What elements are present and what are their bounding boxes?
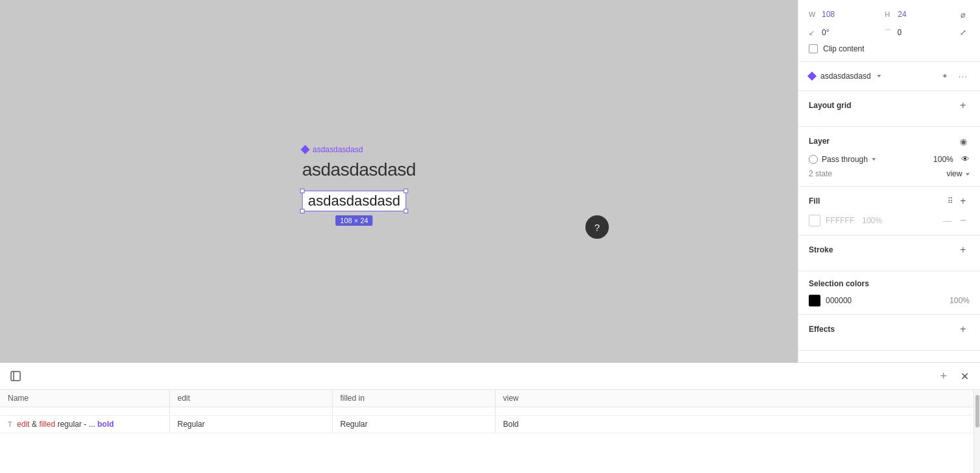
fill-hex[interactable]: FFFFFF <box>826 216 854 225</box>
row2-name-part4: regular - ... <box>57 420 97 429</box>
row2-name-part5: bold <box>98 420 114 429</box>
handle-bottom-right[interactable] <box>404 208 408 213</box>
effects-section: Effects + <box>798 315 980 351</box>
corner-label: ⌒ <box>884 28 893 38</box>
stroke-add-btn[interactable]: + <box>957 243 970 256</box>
layout-grid-title: Layout grid <box>809 101 957 110</box>
effects-title: Effects <box>809 325 957 334</box>
layer-visibility-btn[interactable]: ◉ <box>957 135 970 148</box>
component-label: asdasdasdasd <box>302 144 363 154</box>
selection-color-row: 000000 100% <box>809 295 970 306</box>
row2-edit: Regular <box>169 416 332 433</box>
layout-grid-section: Layout grid + <box>798 91 980 127</box>
size-badge: 108 × 24 <box>335 215 372 225</box>
effects-add-btn[interactable]: + <box>957 323 970 336</box>
blend-circle-icon <box>809 155 818 164</box>
w-value[interactable]: 108 <box>822 10 835 19</box>
layer-section: Layer ◉ Pass through 100% 👁 2 state view <box>798 127 980 187</box>
w-label: W <box>809 10 818 18</box>
layer-title: Layer <box>809 137 957 146</box>
fill-add-btn[interactable]: + <box>957 195 970 208</box>
table-row: T edit & filled regular - ... bold Regul… <box>0 416 973 433</box>
row2-filled: Regular <box>332 416 495 433</box>
selected-element[interactable]: asdasdasdasd <box>302 190 406 211</box>
component-title: asdasdasdasd <box>302 159 416 180</box>
opacity-value[interactable]: 100% <box>933 155 953 164</box>
fill-remove-btn[interactable]: − <box>957 214 970 227</box>
state-chevron[interactable] <box>966 173 970 176</box>
selected-element-text: asdasdasdasd <box>308 192 400 208</box>
canvas: asdasdasdasd asdasdasdasd asdasdasdasd 1… <box>0 0 798 362</box>
handle-bottom-left[interactable] <box>300 208 305 213</box>
fill-color-swatch[interactable] <box>809 215 820 226</box>
fill-hide-icon[interactable]: — <box>943 216 951 226</box>
component-diamond-icon-panel <box>807 72 817 81</box>
row2-name-part3: filled <box>39 420 55 429</box>
svg-rect-0 <box>11 372 20 381</box>
row2-name-part1: edit <box>17 420 29 429</box>
scrollbar-thumb[interactable] <box>975 395 979 427</box>
bottom-panel-close-btn[interactable]: ✕ <box>957 368 972 384</box>
selected-element-wrapper: asdasdasdasd 108 × 24 <box>302 190 406 211</box>
scrollbar[interactable] <box>973 390 980 473</box>
constrain-proportions-btn[interactable]: ⌀ <box>957 8 970 21</box>
row1-view <box>495 407 973 416</box>
blend-mode-value[interactable]: Pass through <box>822 155 876 164</box>
clip-content-row: Clip content <box>809 44 970 53</box>
layout-grid-add-btn[interactable]: + <box>957 99 970 112</box>
selection-colors-title: Selection colors <box>809 279 970 288</box>
clip-content-label: Clip content <box>823 44 864 53</box>
row2-name-part2: & <box>32 420 39 429</box>
handle-top-left[interactable] <box>300 188 305 193</box>
component-table: Name edit filled in view <box>0 390 973 433</box>
bottom-panel-sidebar-btn[interactable] <box>8 368 23 384</box>
state-value[interactable]: view <box>947 169 970 178</box>
stroke-title: Stroke <box>809 245 957 254</box>
selection-hex[interactable]: 000000 <box>826 296 852 305</box>
rotation-label: ↙ <box>809 29 818 37</box>
corner-value[interactable]: 0 <box>897 28 902 37</box>
add-column-btn[interactable]: + <box>936 368 951 384</box>
component-chevron[interactable] <box>877 75 881 77</box>
right-panel: W 108 H 24 ⌀ ↙ 0° ⌒ 0 ⤢ Clip content <box>798 0 980 362</box>
selection-colors-section: Selection colors 000000 100% <box>798 271 980 315</box>
fill-opacity[interactable]: 100% <box>862 216 882 225</box>
fill-section: Fill ⠿ + FFFFFF 100% — − <box>798 187 980 236</box>
fill-grid-btn[interactable]: ⠿ <box>944 195 957 208</box>
component-more-btn[interactable]: ··· <box>957 70 970 83</box>
dimensions-section: W 108 H 24 ⌀ ↙ 0° ⌒ 0 ⤢ Clip content <box>798 0 980 62</box>
state-key: 2 state <box>809 169 832 178</box>
h-value[interactable]: 24 <box>898 10 906 19</box>
row1-filled <box>332 407 495 416</box>
stroke-section: Stroke + <box>798 236 980 271</box>
component-diamond-icon <box>301 144 310 154</box>
col-header-name: Name <box>0 390 169 407</box>
layer-blend-row: Pass through 100% 👁 <box>809 154 970 164</box>
col-header-filled: filled in <box>332 390 495 407</box>
component-move-btn[interactable]: ✦ <box>938 70 951 83</box>
row1-name <box>0 407 169 416</box>
state-row: 2 state view <box>809 169 970 178</box>
layer-eye-icon[interactable]: 👁 <box>961 154 970 164</box>
clip-content-checkbox[interactable] <box>809 44 818 53</box>
row2-type-icon: T <box>8 420 12 428</box>
bottom-panel-header: + ✕ <box>0 363 980 390</box>
row2-name: T edit & filled regular - ... bold <box>0 416 169 433</box>
help-button[interactable]: ? <box>585 215 609 239</box>
help-button-label: ? <box>595 222 600 233</box>
resize-mode-btn[interactable]: ⤢ <box>957 26 970 39</box>
rotation-value[interactable]: 0° <box>822 28 829 37</box>
col-header-view: view <box>495 390 973 407</box>
bottom-panel: + ✕ Name edit filled in view <box>0 362 980 473</box>
h-label: H <box>885 10 894 18</box>
handle-top-right[interactable] <box>404 188 408 193</box>
table-container: Name edit filled in view <box>0 390 973 473</box>
blend-mode-chevron[interactable] <box>872 158 876 161</box>
row1-edit <box>169 407 332 416</box>
selection-opacity[interactable]: 100% <box>949 296 970 305</box>
fill-title: Fill <box>809 196 944 206</box>
row2-view: Bold <box>495 416 973 433</box>
selection-color-swatch[interactable] <box>809 295 820 306</box>
fill-color-row: FFFFFF 100% — − <box>809 214 970 227</box>
component-name: asdasdasdasd <box>820 72 871 81</box>
